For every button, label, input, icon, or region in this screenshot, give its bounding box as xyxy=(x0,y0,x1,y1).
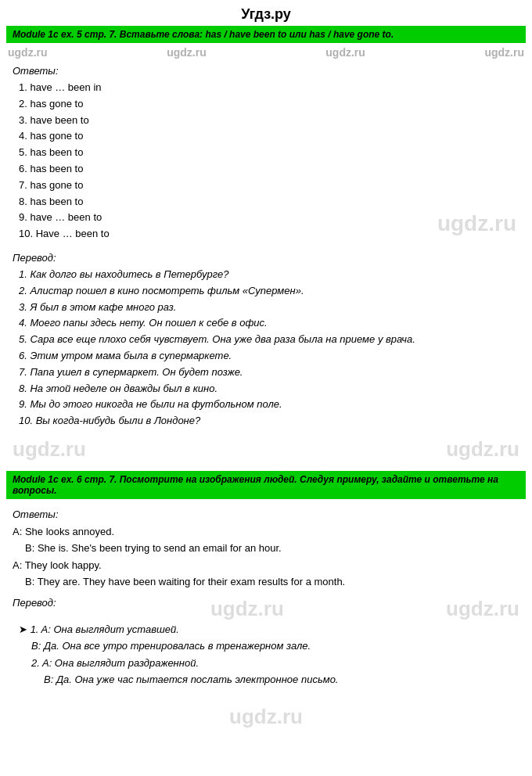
answers-label-2: Ответы: xyxy=(13,508,519,520)
translation-list-2: 1. A: Она выглядит уставшей. B: Да. Она … xyxy=(19,621,519,688)
list-item: A: She looks annoyed. xyxy=(13,523,519,540)
list-item: 2. A: Она выглядит раздраженной. B: Да. … xyxy=(31,655,519,688)
list-item: 6. Этим утром мама была в супермаркете. xyxy=(19,348,519,365)
list-item: 5. Сара все еще плохо себя чувствует. Он… xyxy=(19,332,519,348)
watermark-4: ugdz.ru xyxy=(484,46,524,59)
translation-main: 2. A: Она выглядит раздраженной. xyxy=(31,657,199,669)
answer-block-2: A: She looks annoyed. B: She is. She's b… xyxy=(13,523,519,591)
list-item: 4. Моего папы здесь нету. Он пошел к себ… xyxy=(19,315,519,332)
list-item: 9. Мы до этого никогда не были на футбол… xyxy=(19,397,519,413)
list-item: A: They look happy. xyxy=(13,557,519,573)
translation-label-2: Перевод: xyxy=(13,597,56,618)
list-item: B: They are. They have been waiting for … xyxy=(25,573,519,590)
list-item: 7. Папа ушел в супермаркет. Он будет поз… xyxy=(19,365,519,381)
answers-label-1: Ответы: xyxy=(13,65,519,77)
translation-list-1: 1. Как долго вы находитесь в Петербурге?… xyxy=(19,267,519,429)
translation-label-1: Перевод: xyxy=(13,252,519,264)
list-item: 8. На этой неделе он дважды был в кино. xyxy=(19,381,519,397)
translation-main: 1. A: Она выглядит уставшей. xyxy=(31,623,179,635)
list-item: 10. Have … been to xyxy=(19,226,519,242)
list-item: 5. has been to xyxy=(19,145,519,161)
translation-sub: B: Да. Она уже час пытается послать элек… xyxy=(44,674,338,685)
translation-header-row: Перевод: ugdz.ru ugdz.ru xyxy=(13,597,519,621)
translation-section-2: Перевод: ugdz.ru ugdz.ru 1. A: Она выгля… xyxy=(0,594,532,693)
list-item: 1. have … been in xyxy=(19,80,519,96)
list-item: 1. Как долго вы находитесь в Петербурге? xyxy=(19,267,519,283)
list-item: 3. Я был в этом кафе много раз. xyxy=(19,300,519,316)
list-item: 2. has gone to xyxy=(19,96,519,113)
list-item: 9. have … been to xyxy=(19,210,519,226)
answers-section-1: Ответы: 1. have … been in 2. has gone to… xyxy=(0,62,532,249)
exercise1-header: Module 1c ex. 5 стр. 7. Вставьте слова: … xyxy=(6,26,526,43)
translation-section-1: Перевод: 1. Как долго вы находитесь в Пе… xyxy=(0,249,532,434)
watermark-big-6: ugdz.ru xyxy=(229,705,303,728)
watermark-3: ugdz.ru xyxy=(325,46,365,59)
watermark-2: ugdz.ru xyxy=(167,46,207,59)
list-item: B: She is. She's been trying to send an … xyxy=(25,540,519,556)
watermark-1: ugdz.ru xyxy=(8,46,48,59)
translation-sub: B: Да. Она все утро тренировалась в трен… xyxy=(31,640,311,652)
watermark-row-2: ugdz.ru ugdz.ru xyxy=(0,434,532,465)
watermark-big-4: ugdz.ru xyxy=(210,597,284,621)
site-title: Угдз.ру xyxy=(0,0,532,26)
list-item: 6. has been to xyxy=(19,161,519,178)
exercise2-header: Module 1c ex. 6 стр. 7. Посмотрите на из… xyxy=(6,471,526,499)
watermark-big-2: ugdz.ru xyxy=(13,437,86,462)
list-item: 10. Вы когда-нибудь были в Лондоне? xyxy=(19,413,519,429)
list-item: 8. has been to xyxy=(19,194,519,210)
list-item: 2. Алистар пошел в кино посмотреть фильм… xyxy=(19,283,519,300)
watermark-row-1: ugdz.ru ugdz.ru ugdz.ru ugdz.ru xyxy=(0,43,532,62)
answer-list-1: 1. have … been in 2. has gone to 3. have… xyxy=(19,80,519,242)
watermark-big-5: ugdz.ru xyxy=(446,597,519,621)
list-item: 1. A: Она выглядит уставшей. B: Да. Она … xyxy=(19,621,519,655)
list-item: 3. have been to xyxy=(19,113,519,129)
watermark-big-3: ugdz.ru xyxy=(446,437,519,462)
list-item: 7. has gone to xyxy=(19,178,519,194)
watermark-bottom: ugdz.ru xyxy=(0,692,532,735)
list-item: 4. has gone to xyxy=(19,128,519,145)
answers-section-2: Ответы: A: She looks annoyed. B: She is.… xyxy=(0,505,532,594)
